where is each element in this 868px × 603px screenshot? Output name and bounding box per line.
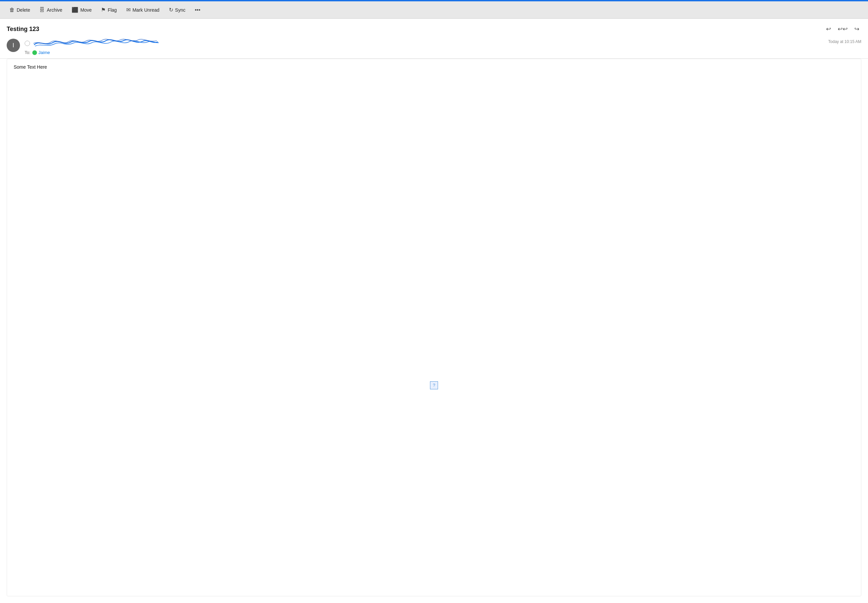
sync-button[interactable]: ↻ Sync bbox=[165, 5, 190, 15]
recipient-presence-dot bbox=[32, 50, 37, 55]
sync-label: Sync bbox=[175, 7, 185, 13]
reply-all-button[interactable]: ↩↩ bbox=[836, 24, 849, 34]
reply-all-icon: ↩↩ bbox=[838, 26, 848, 32]
forward-icon: ↪ bbox=[854, 26, 859, 32]
delete-button[interactable]: 🗑 Delete bbox=[5, 5, 34, 15]
flag-label: Flag bbox=[108, 7, 117, 13]
mark-unread-icon: ✉ bbox=[126, 7, 131, 13]
email-actions: ↩ ↩↩ ↪ bbox=[824, 24, 861, 34]
archive-icon: 🗄 bbox=[39, 7, 45, 13]
sender-row: I [redacted sender] bbox=[7, 38, 861, 55]
email-subject-row: Testing 123 ↩ ↩↩ ↪ bbox=[7, 24, 861, 34]
email-subject: Testing 123 bbox=[7, 26, 39, 32]
mark-unread-button[interactable]: ✉ Mark Unread bbox=[122, 5, 163, 15]
sync-icon: ↻ bbox=[169, 7, 173, 13]
more-button[interactable]: ••• bbox=[191, 5, 205, 15]
forward-button[interactable]: ↪ bbox=[853, 24, 861, 34]
email-container: Testing 123 ↩ ↩↩ ↪ I bbox=[0, 19, 868, 603]
email-header: Testing 123 ↩ ↩↩ ↪ I bbox=[0, 19, 868, 59]
move-button[interactable]: ⬛ Move bbox=[68, 5, 96, 15]
body-text: Some Text Here bbox=[14, 64, 854, 70]
reply-icon: ↩ bbox=[826, 26, 831, 32]
to-row: To: Jaime bbox=[25, 50, 824, 55]
flag-button[interactable]: ⚑ Flag bbox=[97, 5, 120, 15]
to-label: To: bbox=[25, 50, 30, 55]
broken-image-placeholder[interactable]: ? bbox=[430, 381, 438, 389]
move-label: Move bbox=[80, 7, 92, 13]
reply-button[interactable]: ↩ bbox=[824, 24, 833, 34]
sender-details: [redacted sender] To: Jaime bbox=[25, 38, 824, 55]
archive-button[interactable]: 🗄 Archive bbox=[35, 5, 66, 15]
delete-icon: 🗑 bbox=[9, 7, 15, 13]
recipient-name[interactable]: Jaime bbox=[38, 50, 50, 55]
move-icon: ⬛ bbox=[72, 7, 78, 13]
sender-scribble-svg bbox=[32, 37, 159, 49]
email-body: Some Text Here ? bbox=[7, 59, 861, 596]
sender-from-row: [redacted sender] bbox=[25, 38, 824, 49]
toolbar: 🗑 Delete 🗄 Archive ⬛ Move ⚑ Flag ✉ Mark … bbox=[0, 2, 868, 19]
avatar: I bbox=[7, 39, 20, 52]
sender-select-radio[interactable] bbox=[25, 41, 30, 46]
email-timestamp: Today at 10:15 AM bbox=[828, 39, 861, 44]
flag-icon: ⚑ bbox=[101, 7, 106, 13]
recipient-badge: Jaime bbox=[32, 50, 50, 55]
broken-image-icon: ? bbox=[433, 383, 435, 388]
mark-unread-label: Mark Unread bbox=[133, 7, 160, 13]
sender-name-scribble: [redacted sender] bbox=[32, 38, 159, 49]
more-icon: ••• bbox=[195, 7, 200, 13]
delete-label: Delete bbox=[17, 7, 30, 13]
archive-label: Archive bbox=[47, 7, 62, 13]
